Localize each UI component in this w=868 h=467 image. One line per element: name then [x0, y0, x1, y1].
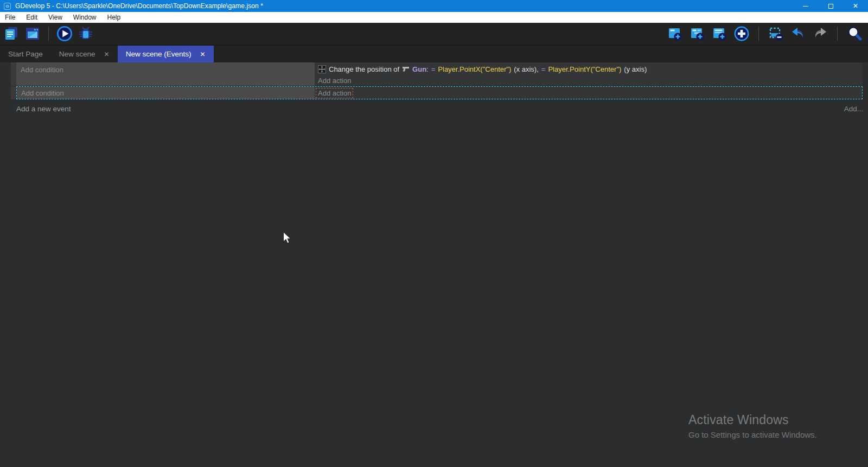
scene-editor-icon: [25, 26, 40, 41]
equals-operator: =: [541, 65, 546, 73]
tab-close-icon[interactable]: ✕: [200, 51, 205, 58]
event-body-selected: Add condition Add action: [16, 86, 863, 99]
axis-suffix-y: (y axis): [624, 65, 647, 73]
event-body: Add condition Change the position of Gun…: [16, 62, 863, 86]
add-new-event-link[interactable]: Add a new event: [16, 105, 71, 113]
menu-edit[interactable]: Edit: [21, 12, 43, 23]
conditions-cell[interactable]: Add condition: [16, 62, 315, 86]
add-event-icon: [667, 26, 682, 41]
add-circle-icon: [733, 26, 750, 42]
debugger-button[interactable]: [78, 25, 94, 42]
debug-icon: [78, 26, 93, 41]
tab-label: New scene (Events): [126, 50, 192, 58]
redo-icon: [813, 26, 828, 41]
add-condition-link[interactable]: Add condition: [21, 89, 64, 97]
gdevelop-window: { "window": { "title": "GDevelop 5 - C:\…: [0, 0, 868, 467]
add-subevent-button[interactable]: [689, 25, 705, 42]
gun-object-thumbnail-icon: [402, 66, 410, 72]
menu-view[interactable]: View: [43, 12, 68, 23]
add-comment-icon: [712, 26, 727, 41]
expression-x: Player.PointX("Center"): [438, 65, 511, 73]
menubar: File Edit View Window Help: [0, 12, 868, 23]
add-button[interactable]: Add...: [844, 105, 863, 113]
search-events-button[interactable]: [846, 25, 863, 42]
actions-cell: Change the position of Gun: = Player.Poi…: [315, 62, 863, 86]
window-controls: ✕: [793, 0, 868, 12]
add-action-link-focused[interactable]: Add action: [316, 88, 353, 98]
watermark-title: Activate Windows: [688, 413, 817, 427]
actions-cell: Add action: [315, 87, 862, 99]
tab-close-icon[interactable]: ✕: [104, 51, 110, 58]
restore-button[interactable]: [818, 0, 843, 12]
events-sheet: Add condition Change the position of Gun…: [0, 62, 868, 467]
add-subevent-icon: [690, 26, 705, 41]
redo-button[interactable]: [812, 25, 828, 42]
tab-bar: Start Page New scene ✕ New scene (Events…: [0, 46, 868, 62]
action-row[interactable]: Change the position of Gun: = Player.Poi…: [315, 62, 863, 74]
toolbar: [0, 23, 868, 46]
action-object: Gun:: [412, 65, 429, 73]
move-position-icon: [318, 65, 326, 73]
window-title: GDevelop 5 - C:\Users\Sparkle\OneDrive\D…: [15, 2, 263, 10]
choose-add-button[interactable]: [733, 25, 750, 42]
toolbar-right-group: [667, 25, 863, 42]
restore-icon: [828, 4, 833, 9]
event-row-1: Add condition Change the position of Gun…: [11, 62, 863, 86]
activate-windows-watermark: Activate Windows Go to Settings to activ…: [688, 413, 817, 439]
toolbar-separator: [758, 27, 759, 41]
watermark-subtitle: Go to Settings to activate Windows.: [688, 430, 817, 439]
titlebar: G GDevelop 5 - C:\Users\Sparkle\OneDrive…: [0, 0, 868, 12]
remove-selection-icon: [768, 26, 783, 41]
undo-button[interactable]: [790, 25, 806, 42]
menu-file[interactable]: File: [3, 12, 21, 23]
tab-new-scene-events[interactable]: New scene (Events) ✕: [118, 46, 214, 62]
tab-new-scene[interactable]: New scene ✕: [51, 46, 118, 62]
tab-start-page[interactable]: Start Page: [0, 46, 51, 62]
minimize-icon: [803, 6, 808, 7]
tab-label: New scene: [59, 50, 95, 58]
menu-help[interactable]: Help: [102, 12, 126, 23]
menu-window[interactable]: Window: [68, 12, 102, 23]
search-icon: [846, 26, 863, 42]
event-drag-handle[interactable]: [11, 62, 16, 86]
add-action-link[interactable]: Add action: [315, 74, 863, 85]
project-manager-button[interactable]: [3, 25, 20, 42]
project-manager-icon: [4, 26, 19, 41]
toolbar-separator: [837, 27, 838, 41]
event-drag-handle[interactable]: [11, 86, 16, 99]
gdevelop-logo-icon: G: [4, 3, 11, 10]
add-condition-link[interactable]: Add condition: [21, 66, 63, 74]
scene-editor-button[interactable]: [24, 25, 41, 42]
minimize-button[interactable]: [793, 0, 818, 12]
tab-label: Start Page: [8, 50, 43, 58]
toolbar-left-group: [3, 25, 94, 42]
event-row-2-selected: Add condition Add action: [11, 86, 863, 99]
delete-selection-button[interactable]: [768, 25, 784, 42]
action-text: Change the position of: [329, 65, 399, 73]
axis-suffix-x: (x axis),: [514, 65, 539, 73]
toolbar-separator: [48, 27, 49, 41]
add-event-button[interactable]: [667, 25, 683, 42]
close-button[interactable]: ✕: [843, 0, 868, 12]
expression-y: Player.PointY("Center"): [548, 65, 621, 73]
play-icon: [56, 26, 73, 42]
conditions-cell[interactable]: Add condition: [17, 87, 315, 99]
add-comment-button[interactable]: [711, 25, 727, 42]
undo-icon: [790, 26, 806, 41]
close-icon: ✕: [853, 3, 858, 9]
equals-operator: =: [431, 65, 436, 73]
preview-button[interactable]: [56, 25, 73, 42]
